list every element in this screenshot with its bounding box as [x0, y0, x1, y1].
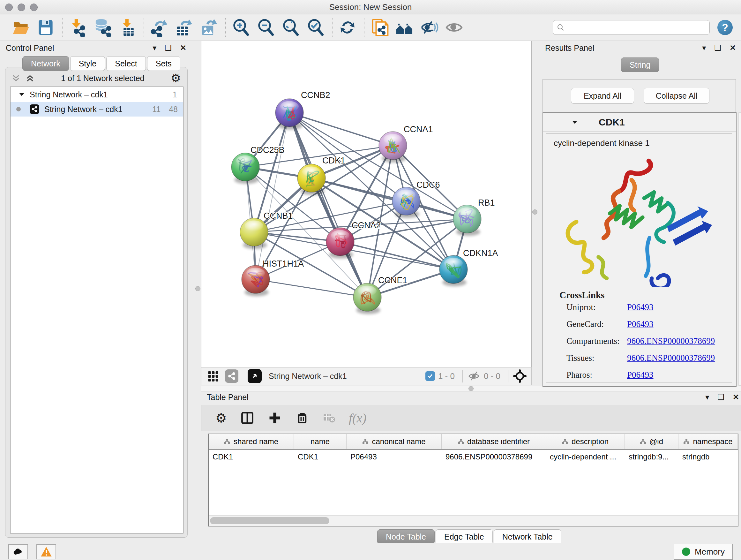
table-cell[interactable]: stringdb:9... [625, 449, 678, 464]
network-mode-icon[interactable] [225, 369, 239, 383]
crosshair-icon[interactable] [513, 369, 527, 383]
refresh-view-button[interactable] [338, 17, 357, 37]
panel-close-icon[interactable]: ✕ [180, 44, 186, 52]
export-image-icon [200, 18, 218, 37]
delete-table-icon [323, 412, 335, 424]
zoom-selected-button[interactable] [306, 17, 326, 37]
search-input[interactable] [568, 23, 705, 32]
cloud-button[interactable] [8, 544, 28, 559]
network-node-CDKN1A[interactable]: CDKN1A [440, 248, 498, 287]
zoom-fit-button[interactable] [281, 17, 300, 37]
network-node-RB1[interactable]: RB1 [453, 198, 495, 236]
selected-indicator-checkbox[interactable] [425, 371, 435, 381]
table-options-gear-icon[interactable]: ⚙ [215, 411, 227, 425]
crosslink-row: Pharos:P06493 [566, 370, 732, 380]
tab-edge-table[interactable]: Edge Table [435, 530, 493, 544]
network-tab-body: 1 of 1 Network selected ⚙ String Network… [5, 67, 188, 538]
panel-collapse-icon[interactable]: ▾ [705, 393, 709, 401]
network-options-gear-icon[interactable]: ⚙ [171, 71, 181, 85]
import-table-file-button[interactable] [118, 17, 137, 37]
warning-button[interactable] [37, 544, 56, 559]
node-entry-header[interactable]: CDK1 [543, 113, 736, 132]
network-view-canvas[interactable]: CCNB2CCNA1CDC25BCDK1CDC6RB1CCNB1CCNA2CDK… [201, 41, 532, 367]
column-header-shared-name[interactable]: shared name [209, 434, 294, 449]
panel-collapse-icon[interactable]: ▾ [702, 44, 706, 52]
zoom-in-button[interactable] [231, 17, 251, 37]
column-header-@id[interactable]: @id [625, 434, 678, 449]
network-node-HIST1H1A[interactable]: HIST1H1A [242, 259, 304, 296]
import-network-file-button[interactable] [68, 17, 87, 37]
crosslink-value-link[interactable]: P06493 [627, 302, 654, 312]
import-network-database-button[interactable] [92, 17, 112, 37]
network-graph[interactable]: CCNB2CCNA1CDC25BCDK1CDC6RB1CCNB1CCNA2CDK… [201, 41, 531, 367]
network-node-CCNA1[interactable]: CCNA1 [379, 125, 433, 163]
horizontal-splitter-handle[interactable] [468, 386, 474, 391]
tab-string[interactable]: String [621, 57, 659, 72]
network-node-CDK1[interactable]: CDK1 [297, 156, 345, 195]
show-columns-icon[interactable] [240, 411, 254, 425]
hide-selected-button[interactable] [419, 17, 439, 37]
tab-style[interactable]: Style [70, 56, 105, 71]
table-cell[interactable]: stringdb [678, 449, 738, 464]
left-splitter-handle[interactable] [195, 286, 200, 291]
table-cell[interactable]: cyclin-dependent ... [546, 449, 625, 464]
tree-expand-icon[interactable] [18, 91, 25, 98]
column-header-name[interactable]: name [294, 434, 347, 449]
column-header-namespace[interactable]: namespace [678, 434, 738, 449]
show-all-button[interactable] [444, 17, 464, 37]
export-image-button[interactable] [199, 17, 219, 37]
network-collection-row[interactable]: String Network – cdk1 1 [10, 87, 183, 102]
crosslink-value-link[interactable]: 9606.ENSP00000378699 [627, 336, 715, 346]
crosslink-value-link[interactable]: P06493 [627, 319, 654, 329]
create-column-plus-icon[interactable] [268, 411, 282, 425]
table-cell[interactable]: P06493 [347, 449, 442, 464]
column-header-database-identifier[interactable]: database identifier [442, 434, 546, 449]
tab-network-table[interactable]: Network Table [494, 530, 561, 544]
tab-network[interactable]: Network [22, 56, 69, 71]
table-horizontal-scrollbar[interactable] [209, 515, 738, 526]
entry-collapse-icon[interactable] [571, 119, 578, 126]
open-session-button[interactable] [11, 17, 30, 37]
home-view-button[interactable] [394, 17, 414, 37]
right-splitter-handle[interactable] [532, 209, 537, 214]
collapse-all-tree-icon[interactable] [25, 73, 35, 83]
export-network-button[interactable] [149, 17, 169, 37]
panel-float-icon[interactable]: ❑ [165, 44, 172, 52]
network-node-CCNE1[interactable]: CCNE1 [353, 275, 408, 314]
expand-all-tree-icon[interactable] [11, 73, 21, 83]
table-cell[interactable]: CDK1 [294, 449, 347, 464]
duplicate-network-button[interactable] [369, 17, 389, 37]
network-edges[interactable] [246, 113, 467, 297]
export-table-button[interactable] [174, 17, 194, 37]
panel-collapse-icon[interactable]: ▾ [152, 44, 156, 52]
table-cell[interactable]: 9606.ENSP00000378699 [442, 449, 546, 464]
panel-float-icon[interactable]: ❑ [718, 393, 724, 401]
tab-node-table[interactable]: Node Table [377, 530, 434, 544]
delete-column-trash-icon[interactable] [295, 411, 309, 425]
help-button[interactable]: ? [718, 20, 733, 35]
crosslink-value-link[interactable]: P06493 [627, 370, 654, 380]
crosslink-value-link[interactable]: 9606.ENSP00000378699 [627, 353, 715, 363]
tab-select[interactable]: Select [106, 56, 145, 71]
panel-float-icon[interactable]: ❑ [714, 44, 721, 52]
zoom-out-button[interactable] [256, 17, 276, 37]
collapse-all-button[interactable]: Collapse All [644, 88, 710, 104]
column-header-description[interactable]: description [546, 434, 625, 449]
memory-button[interactable]: Memory [674, 544, 733, 560]
table-cell[interactable]: CDK1 [209, 449, 294, 464]
save-session-button[interactable] [36, 17, 56, 37]
results-scrollbar[interactable] [738, 112, 741, 386]
network-node-CDC25B[interactable]: CDC25B [231, 145, 285, 184]
birds-eye-view-button[interactable] [248, 369, 262, 383]
panel-close-icon[interactable]: ✕ [730, 44, 736, 52]
expand-all-button[interactable]: Expand All [571, 88, 634, 104]
network-node-CDC6[interactable]: CDC6 [392, 180, 440, 218]
table-row[interactable]: CDK1CDK1P064939606.ENSP00000378699cyclin… [209, 449, 738, 464]
scrollbar-thumb[interactable] [210, 517, 329, 524]
panel-close-icon[interactable]: ✕ [733, 393, 739, 401]
network-row-selected[interactable]: String Network – cdk1 11 48 [10, 102, 183, 117]
column-header-canonical-name[interactable]: canonical name [347, 434, 442, 449]
import-table-icon [118, 18, 137, 37]
tab-sets[interactable]: Sets [147, 56, 180, 71]
grid-mode-icon[interactable] [207, 370, 220, 382]
